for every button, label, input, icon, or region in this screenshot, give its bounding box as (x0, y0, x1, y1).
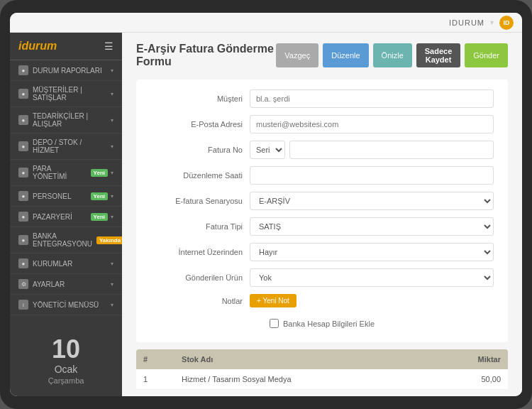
internet-uzerinden-label: İnternet Üzerinden (150, 248, 243, 256)
sidebar-item-label: KURUMLAR (33, 260, 72, 268)
fatura-no-type-select[interactable]: Seri (250, 141, 285, 159)
musteri-row: Müşteri (150, 89, 494, 108)
sidebar-item-label: MÜŞTERİLER | SATIŞLAR (33, 86, 106, 102)
gonder-button[interactable]: Gönder (465, 43, 508, 67)
chevron-icon: ▾ (111, 170, 113, 176)
avatar: ID (499, 16, 514, 30)
duzenleme-saati-input[interactable]: 20:58:01 (250, 166, 494, 185)
gonderilen-urun-select[interactable]: Yok (250, 268, 494, 287)
sidebar-item-label: BANKA ENTEGRASYONU (33, 232, 92, 248)
sidebar-item-tedarikciler[interactable]: ● TEDARİKÇİLER | ALIŞLAR ▾ (10, 107, 122, 133)
sidebar-item-label: YÖNETİCİ MENÜSÜ (33, 301, 99, 309)
badge-yeni: Yeni (91, 169, 108, 177)
internet-uzerinden-select[interactable]: Hayır (250, 243, 494, 261)
sidebar-item-ayarlar[interactable]: ⚙ AYARLAR ▾ (10, 274, 122, 295)
chevron-icon: ▾ (111, 281, 113, 288)
fatura-no-input[interactable] (289, 141, 494, 159)
ayarlar-icon: ⚙ (18, 279, 28, 289)
musteri-label: Müşteri (150, 94, 243, 103)
content-area: E-Arşiv Fatura Gönderme Formu Vazgeç Düz… (122, 33, 522, 396)
sidebar-item-label: DURUM RAPORLARI (33, 67, 102, 75)
sidebar-item-musteriler[interactable]: ● MÜŞTERİLER | SATIŞLAR ▾ (10, 81, 122, 107)
content-header: E-Arşiv Fatura Gönderme Formu Vazgeç Düz… (136, 43, 508, 68)
date-month: Ocak (21, 364, 111, 375)
top-bar-separator: ▾ (490, 18, 494, 26)
table-body: 1 Hizmet / Tasarım Sosyal Medya 50,00 (136, 369, 508, 390)
efatura-senaryosu-row: E-fatura Senaryosu E-ARŞİV (150, 192, 494, 210)
invoice-table: # Stok Adı Miktar 1 Hizmet / Tasarım Sos… (136, 349, 508, 390)
row-num: 1 (136, 369, 174, 390)
depo-icon: ● (18, 141, 28, 151)
table-header-stok-adi: Stok Adı (174, 349, 431, 369)
gonderilen-urun-row: Gönderilen Ürün Yok (150, 268, 494, 287)
personel-icon: ● (18, 191, 28, 201)
duzenleme-saati-row: Düzenleme Saati 20:58:01 (150, 166, 494, 185)
page-title: E-Arşiv Fatura Gönderme Formu (136, 43, 276, 68)
vazgec-button[interactable]: Vazgeç (276, 43, 318, 67)
sidebar-item-yonetici[interactable]: i YÖNETİCİ MENÜSÜ ▾ (10, 295, 122, 315)
badge-yeni: Yeni (91, 192, 108, 200)
notlar-row: Notlar + Yeni Not (150, 294, 494, 307)
tablet-inner: IDURUM ▾ ID idurum ☰ ● DURUM RAPORLARI (10, 13, 522, 396)
sadece-kaydet-button[interactable]: Sadece Kaydet (416, 43, 461, 67)
chevron-icon: ▾ (111, 302, 113, 308)
chevron-icon: ▾ (111, 143, 113, 150)
gonderilen-urun-label: Gönderilen Ürün (150, 273, 243, 282)
durum-icon: ● (18, 65, 28, 75)
chevron-icon: ▾ (111, 261, 113, 267)
table-header-row: # Stok Adı Miktar (136, 349, 508, 369)
top-bar: IDURUM ▾ ID (10, 13, 522, 33)
badge-yakinma: Yakında (96, 236, 122, 244)
sidebar-item-kurumlar[interactable]: ● KURUMLAR ▾ (10, 253, 122, 274)
main-layout: idurum ☰ ● DURUM RAPORLARI ▾ ● MÜŞTERİLE… (10, 33, 522, 396)
sidebar-item-depo[interactable]: ● DEPO / STOK / HİZMET ▾ (10, 133, 122, 160)
duzenleme-saati-label: Düzenleme Saati (150, 171, 243, 180)
chevron-icon: ▾ (111, 91, 113, 97)
internet-uzerinden-row: İnternet Üzerinden Hayır (150, 243, 494, 261)
fatura-tipi-label: Fatura Tipi (150, 222, 243, 231)
logo-durum: durum (21, 40, 57, 52)
eposta-label: E-Posta Adresi (150, 120, 243, 129)
notlar-label: Notlar (150, 297, 243, 305)
table-row: 1 Hizmet / Tasarım Sosyal Medya 50,00 (136, 369, 508, 390)
banka-hesap-checkbox[interactable] (270, 319, 279, 328)
table-header-num: # (136, 349, 174, 369)
yonetici-icon: i (18, 300, 28, 310)
efatura-senaryosu-select[interactable]: E-ARŞİV (250, 192, 494, 210)
badge-yeni: Yeni (91, 213, 108, 221)
sidebar-item-label: PAZARYERİ (33, 213, 72, 221)
eposta-input[interactable] (250, 115, 494, 133)
chevron-icon: ▾ (111, 193, 113, 200)
chevron-icon: ▾ (111, 117, 113, 124)
yeni-not-button[interactable]: + Yeni Not (250, 294, 297, 307)
musteriler-icon: ● (18, 89, 28, 99)
sidebar-item-label: DEPO / STOK / HİZMET (33, 138, 106, 154)
sidebar-item-label: TEDARİKÇİLER | ALIŞLAR (33, 112, 106, 128)
eposta-row: E-Posta Adresi (150, 115, 494, 133)
fatura-no-label: Fatura No (150, 146, 243, 154)
kurumlar-icon: ● (18, 258, 28, 268)
hamburger-icon[interactable]: ☰ (104, 40, 113, 52)
onizle-button[interactable]: Önizle (373, 43, 412, 67)
form-section: Müşteri E-Posta Adresi Fatura No Seri (136, 80, 508, 342)
tedarikciler-icon: ● (18, 115, 28, 125)
efatura-senaryosu-label: E-fatura Senaryosu (150, 197, 243, 205)
chevron-icon: ▾ (111, 67, 113, 74)
sidebar-item-pazaryeri[interactable]: ● PAZARYERİ Yeni ▾ (10, 207, 122, 227)
banka-icon: ● (18, 235, 28, 245)
musteri-input[interactable] (250, 89, 494, 108)
fatura-tipi-select[interactable]: SATIŞ (250, 217, 494, 236)
sidebar-item-para[interactable]: ● PARA YÖNETİMİ Yeni ▾ (10, 160, 122, 186)
sidebar-item-durum-raporlari[interactable]: ● DURUM RAPORLARI ▾ (10, 60, 122, 81)
sidebar-item-label: PERSONEL (33, 192, 71, 200)
sidebar-item-banka[interactable]: ● BANKA ENTEGRASYONU Yakında (10, 227, 122, 253)
duzenle-button[interactable]: Düzenle (323, 43, 368, 67)
header-buttons: Vazgeç Düzenle Önizle Sadece Kaydet Gönd… (276, 43, 508, 67)
fatura-tipi-row: Fatura Tipi SATIŞ (150, 217, 494, 236)
sidebar-item-personel[interactable]: ● PERSONEL Yeni ▾ (10, 186, 122, 207)
sidebar-logo: idurum (18, 40, 57, 53)
banka-hesap-row: Banka Hesap Bilgileri Ekle (150, 315, 494, 332)
date-day: Çarşamba (21, 376, 111, 385)
chevron-icon: ▾ (111, 214, 113, 220)
top-bar-title: IDURUM (449, 18, 484, 27)
